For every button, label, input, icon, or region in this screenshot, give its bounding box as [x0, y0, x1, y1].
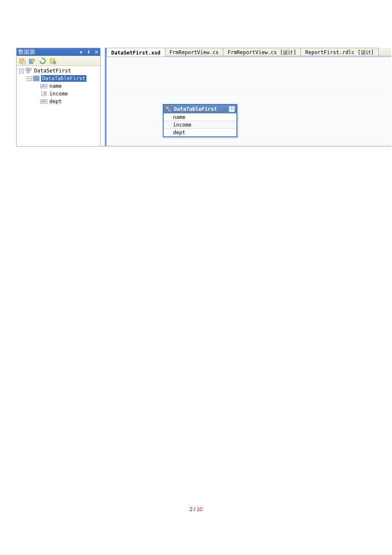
datasource-panel: 数据源 ▾ ✕ + + — [16, 48, 101, 147]
refresh-icon[interactable] — [39, 57, 46, 65]
tab-report-designer[interactable]: ReportFirst.rdlc [设计] — [300, 48, 378, 56]
datatable-column-row[interactable]: name — [164, 113, 236, 121]
tree-node-datatable[interactable]: − DataTableFirst — [17, 75, 99, 82]
svg-rect-10 — [33, 76, 39, 81]
tree-node-column[interactable]: .0 income — [17, 90, 99, 98]
pin-icon[interactable] — [86, 49, 92, 55]
tree-label: name — [49, 83, 63, 89]
datatable-icon — [165, 106, 172, 113]
tab-label: FrmReportView.cs [设计] — [228, 49, 296, 56]
datasource-tree[interactable]: − DataSetFirst − DataTableFirst abc name — [17, 66, 100, 146]
close-icon[interactable]: ✕ — [93, 49, 99, 55]
datatable-column-row[interactable]: dept — [164, 129, 236, 136]
collapse-icon[interactable]: ⌃ — [229, 106, 235, 112]
tree-label: DataTableFirst — [41, 75, 86, 82]
edit-datasource-icon[interactable] — [29, 57, 36, 65]
expander-icon[interactable]: − — [19, 69, 24, 73]
tree-label: dept — [49, 98, 63, 104]
editor-area: DataSetFirst.xsd FrmReportView.cs FrmRep… — [105, 48, 391, 146]
dropdown-icon[interactable]: ▾ — [78, 49, 84, 55]
tree-label: income — [49, 91, 69, 97]
tree-node-dataset[interactable]: − DataSetFirst — [17, 67, 99, 75]
tab-dataset-designer[interactable]: DataSetFirst.xsd — [107, 48, 165, 56]
page-current: 2 — [190, 506, 193, 512]
datatable-icon — [33, 75, 40, 81]
svg-text:+: + — [23, 61, 24, 64]
dataset-designer-canvas[interactable]: DataTableFirst ⌃ name income dept — [107, 56, 391, 146]
panel-title-bar[interactable]: 数据源 ▾ ✕ — [17, 48, 100, 56]
column-name: dept — [173, 130, 185, 136]
page-separator: / — [193, 506, 197, 512]
column-name: name — [173, 114, 185, 120]
datasource-toolbar: + + — [17, 56, 100, 66]
tab-form-designer[interactable]: FrmReportView.cs [设计] — [223, 48, 301, 56]
ide-container: 数据源 ▾ ✕ + + — [16, 48, 391, 147]
datatable-column-row[interactable]: income — [164, 121, 236, 129]
number-column-icon: .0 — [40, 91, 47, 97]
panel-title: 数据源 — [18, 48, 78, 56]
tree-node-column[interactable]: abc dept — [17, 98, 99, 105]
string-column-icon: abc — [40, 83, 47, 89]
svg-rect-7 — [26, 68, 28, 70]
tab-label: DataSetFirst.xsd — [111, 50, 161, 56]
column-name: income — [173, 122, 191, 128]
string-column-icon: abc — [40, 98, 47, 104]
dataset-icon — [25, 68, 32, 74]
tab-label: FrmReportView.cs — [170, 49, 219, 55]
document-tab-bar: DataSetFirst.xsd FrmReportView.cs FrmRep… — [107, 48, 391, 56]
datatable-title: DataTableFirst — [174, 106, 229, 112]
tab-code-file[interactable]: FrmReportView.cs — [165, 48, 224, 56]
tree-label: DataSetFirst — [33, 68, 72, 74]
page-footer: 2 / 10 — [0, 506, 392, 512]
add-datasource-icon[interactable]: + — [18, 57, 26, 65]
svg-rect-9 — [27, 71, 29, 73]
tree-node-column[interactable]: abc name — [17, 82, 99, 90]
tab-label: ReportFirst.rdlc [设计] — [305, 49, 374, 56]
svg-text:+: + — [54, 61, 55, 64]
add-new-icon[interactable]: + — [49, 57, 57, 65]
datatable-widget[interactable]: DataTableFirst ⌃ name income dept — [163, 104, 237, 137]
expander-icon[interactable]: − — [27, 76, 32, 81]
datatable-header[interactable]: DataTableFirst ⌃ — [164, 105, 236, 113]
svg-rect-8 — [29, 68, 31, 70]
page-total: 10 — [197, 506, 202, 512]
